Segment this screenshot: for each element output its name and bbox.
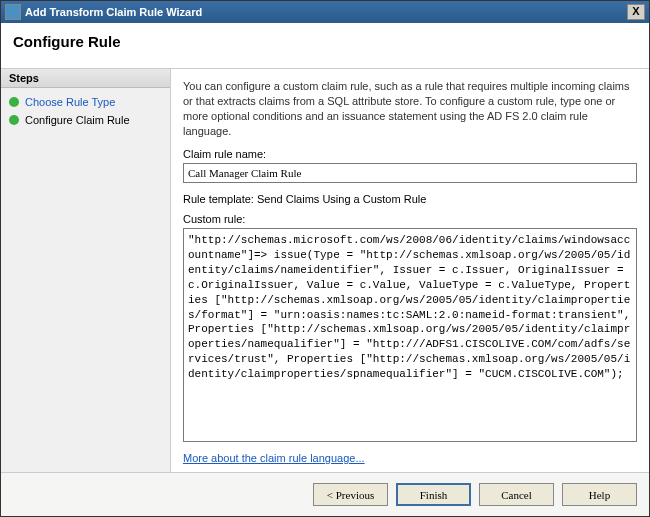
step-label: Choose Rule Type [25, 96, 115, 108]
help-button[interactable]: Help [562, 483, 637, 506]
page-header: Configure Rule [1, 23, 649, 69]
claim-rule-name-input[interactable] [183, 163, 637, 183]
main-content: You can configure a custom claim rule, s… [171, 69, 649, 472]
wizard-window: Add Transform Claim Rule Wizard X Config… [0, 0, 650, 517]
button-bar: < Previous Finish Cancel Help [1, 472, 649, 516]
app-icon [5, 4, 21, 20]
step-configure-claim-rule[interactable]: Configure Claim Rule [7, 112, 164, 128]
step-choose-rule-type[interactable]: Choose Rule Type [7, 94, 164, 110]
description-text: You can configure a custom claim rule, s… [183, 79, 637, 138]
step-status-icon [9, 115, 19, 125]
title-bar: Add Transform Claim Rule Wizard X [1, 1, 649, 23]
rule-template-label: Rule template: Send Claims Using a Custo… [183, 193, 637, 205]
step-label: Configure Claim Rule [25, 114, 130, 126]
step-status-icon [9, 97, 19, 107]
steps-sidebar: Steps Choose Rule Type Configure Claim R… [1, 69, 171, 472]
close-button[interactable]: X [627, 4, 645, 20]
steps-heading: Steps [1, 69, 170, 88]
custom-rule-label: Custom rule: [183, 213, 637, 225]
window-title: Add Transform Claim Rule Wizard [25, 6, 202, 18]
cancel-button[interactable]: Cancel [479, 483, 554, 506]
claim-language-help-link[interactable]: More about the claim rule language... [183, 452, 637, 464]
claim-rule-name-label: Claim rule name: [183, 148, 637, 160]
page-title: Configure Rule [13, 33, 637, 50]
previous-button[interactable]: < Previous [313, 483, 388, 506]
finish-button[interactable]: Finish [396, 483, 471, 506]
custom-rule-textarea[interactable] [183, 228, 637, 442]
